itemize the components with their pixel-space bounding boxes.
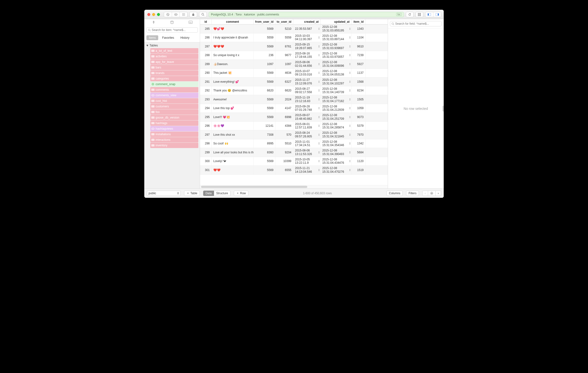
stepper-icon[interactable]: ▲▼ (318, 98, 320, 101)
table-row[interactable]: 293Awesome!556920242015-11-1923:12:16.83… (200, 95, 388, 104)
sidebar-search-input[interactable] (147, 27, 198, 33)
cell-item[interactable]: 1568 (351, 77, 366, 86)
sidebar-item-a_lot_of_text[interactable]: a_lot_of_text (150, 48, 198, 54)
cell-id[interactable]: 297 (200, 130, 212, 139)
cell-comment[interactable]: Love everything! 💕 (212, 77, 254, 86)
cell-to[interactable]: 4634 (275, 69, 293, 77)
stepper-icon[interactable]: ▲▼ (349, 169, 351, 172)
cell-comment[interactable]: Love!!! 💗💥 (212, 113, 254, 121)
cell-id[interactable]: 292 (200, 86, 212, 95)
stepper-icon[interactable]: ▲▼ (318, 124, 320, 127)
cell-updated[interactable]: 2015-12-0815:31:04.102297▲▼ (321, 77, 351, 86)
sidebar-item-comments_view[interactable]: comments_view (150, 93, 198, 98)
table-row[interactable]: 292Thank you 😊 @emcollins662066202015-08… (200, 86, 388, 95)
cell-id[interactable]: 286 (200, 33, 212, 42)
add-row-button[interactable]: ＋Row (234, 191, 248, 196)
cell-to[interactable]: 6998 (275, 113, 293, 121)
cell-item[interactable]: 1137 (351, 69, 366, 77)
cell-comment[interactable]: ❤️💕❤️ (212, 24, 254, 33)
cell-from[interactable]: 8360 (254, 148, 275, 157)
stepper-icon[interactable]: ▲▼ (349, 89, 351, 92)
cell-item[interactable]: 1519 (351, 166, 366, 175)
eye-icon[interactable] (172, 12, 179, 17)
schema-selector[interactable]: public▲▼ (147, 191, 181, 196)
stepper-icon[interactable]: ▲▼ (349, 107, 351, 110)
cell-id[interactable]: 289 (200, 60, 212, 68)
cell-from[interactable]: 5569 (254, 42, 275, 51)
cell-created[interactable]: 2015-08-2409:57:26.805▲▼ (293, 130, 321, 139)
table-row[interactable]: 287❤️❤️❤️556987612015-09-1519:26:07.865▲… (200, 42, 388, 51)
cell-comment[interactable]: Thank you 😊 @emcollins (212, 86, 254, 95)
table-row[interactable]: 296🌸🌸💜1214143842015-08-0112:57:11.839▲▼2… (200, 122, 388, 131)
sidebar-item-customers[interactable]: customers (150, 104, 198, 109)
stepper-icon[interactable]: ▲▼ (318, 80, 320, 83)
col-created_at[interactable]: created_at (293, 19, 321, 24)
cell-id[interactable]: 296 (200, 122, 212, 130)
cell-item[interactable]: 9073 (351, 113, 366, 121)
stepper-icon[interactable]: ▲▼ (349, 124, 351, 127)
cell-comment[interactable]: Love all your looks but this is the best… (212, 148, 254, 157)
cell-comment[interactable]: 👍🏻Dawson. (212, 60, 254, 68)
gear-button[interactable] (428, 191, 436, 196)
sidebar-item-categories[interactable]: categories (150, 76, 198, 81)
col-comment[interactable]: comment (212, 19, 254, 24)
cell-from[interactable]: 8995 (254, 139, 275, 148)
horizontal-scrollbar[interactable] (200, 185, 388, 188)
filters-button[interactable]: Filters (406, 191, 419, 196)
col-updated_at[interactable]: updated_at (321, 19, 351, 24)
search-button[interactable] (199, 12, 207, 17)
col-to_user_id[interactable]: to_user_id (275, 19, 293, 24)
columns-button[interactable]: Columns (387, 191, 403, 196)
structure-tab-button[interactable]: Structure (214, 191, 231, 196)
stepper-icon[interactable]: ▲▼ (349, 63, 351, 66)
cell-id[interactable]: 290 (200, 69, 212, 77)
cell-item[interactable]: 1120 (351, 157, 366, 166)
cell-to[interactable]: 8761 (275, 42, 293, 51)
cell-updated[interactable]: 2015-12-0815:31:04.321845▲▼ (321, 130, 351, 139)
cell-updated[interactable]: 2015-12-0815:31:03.939697▲▼ (321, 42, 351, 51)
stepper-icon[interactable]: ▲▼ (349, 71, 351, 74)
stepper-icon[interactable]: ▲▼ (349, 45, 351, 48)
cell-id[interactable]: 288 (200, 51, 212, 60)
cell-created[interactable]: 2015-08-0112:57:11.839▲▼ (293, 122, 321, 130)
cell-to[interactable]: 9877 (275, 51, 293, 60)
cell-comment[interactable]: Awesome! (212, 95, 254, 104)
cell-to[interactable]: 5510 (275, 139, 293, 148)
stepper-icon[interactable]: ▲▼ (318, 36, 320, 39)
cell-to[interactable]: 10399 (275, 157, 293, 166)
minimize-window-button[interactable] (152, 13, 155, 16)
cell-created[interactable]: 2015-11-1923:12:16.83▲▼ (293, 95, 321, 104)
cell-comment[interactable]: This jacket 💥 (212, 69, 254, 77)
database-icon[interactable] (163, 19, 181, 26)
sidebar-tables-list[interactable]: a_lot_of_textactivitiesapp_for_leavebars… (145, 48, 200, 188)
add-table-button[interactable]: ＋Table (184, 191, 200, 196)
cell-from[interactable]: 5559 (254, 33, 275, 42)
stepper-icon[interactable]: ▲▼ (318, 133, 320, 136)
cell-updated[interactable]: 2015-12-0815:31:04.390493▲▼ (321, 148, 351, 157)
cell-updated[interactable]: 2015-12-0815:31:04.177182▲▼ (321, 95, 351, 104)
cell-id[interactable]: 293 (200, 95, 212, 104)
cell-id[interactable]: 299 (200, 148, 212, 157)
table-row[interactable]: 298So cool! 🙌899555102015-11-0117:34:24.… (200, 139, 388, 148)
sidebar-left-icon[interactable] (425, 12, 433, 17)
toolbar-view-segment[interactable] (164, 12, 188, 17)
col-from_user_id[interactable]: from_user_id (254, 19, 275, 24)
table-row[interactable]: 288So unique loving it x23698772015-08-1… (200, 51, 388, 60)
cell-item[interactable]: 5684 (351, 148, 366, 157)
cell-from[interactable]: 6620 (254, 86, 275, 95)
tab-items[interactable]: Items (147, 35, 158, 40)
stop-icon[interactable] (164, 12, 172, 17)
sidebar-item-hashtags[interactable]: hashtags (150, 121, 198, 126)
sidebar-item-comments[interactable]: comments (150, 87, 198, 92)
sidebar-item-foo[interactable]: foo (150, 109, 198, 115)
stepper-icon[interactable]: ▲▼ (349, 54, 351, 57)
stepper-icon[interactable]: ▲▼ (349, 98, 351, 101)
sidebar-item-inventory[interactable]: inventory (150, 143, 198, 148)
stepper-icon[interactable]: ▲▼ (318, 27, 320, 30)
cell-from[interactable]: 236 (254, 51, 275, 60)
table-row[interactable]: 291Love everything! 💕556963272015-11-271… (200, 77, 388, 86)
cell-comment[interactable]: Love this top 💕 (212, 104, 254, 113)
sidebar-item-goose_db_version[interactable]: goose_db_version (150, 115, 198, 120)
stepper-icon[interactable]: ▲▼ (349, 160, 351, 163)
sql-icon[interactable]: SQL (181, 19, 200, 26)
